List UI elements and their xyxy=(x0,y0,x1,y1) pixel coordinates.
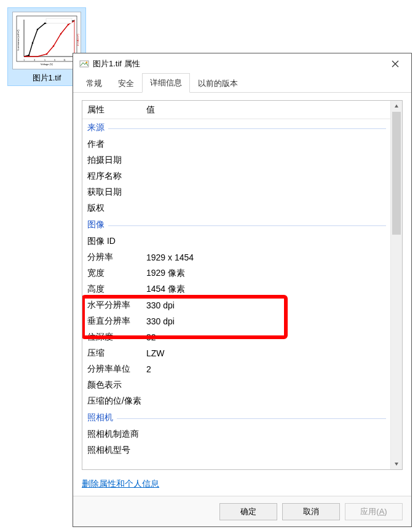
prop-value: 1929 像素 xyxy=(146,268,386,279)
svg-marker-29 xyxy=(395,463,398,466)
col-header-property: 属性 xyxy=(87,104,146,115)
prop-shot-date[interactable]: 拍摄日期 xyxy=(82,152,391,168)
prop-name: 垂直分辨率 xyxy=(87,316,146,327)
prop-name: 颜色表示 xyxy=(87,380,146,391)
remove-properties-link[interactable]: 删除属性和个人信息 xyxy=(82,479,159,490)
prop-name: 分辨率 xyxy=(87,252,146,263)
close-button[interactable] xyxy=(383,55,408,72)
prop-value: LZW xyxy=(146,348,386,358)
scroll-up-button[interactable] xyxy=(391,101,402,112)
prop-name: 水平分辨率 xyxy=(87,300,146,311)
prop-program[interactable]: 程序名称 xyxy=(82,168,391,184)
prop-acquired[interactable]: 获取日期 xyxy=(82,184,391,200)
prop-value: 2 xyxy=(146,364,386,374)
svg-rect-23 xyxy=(46,18,72,23)
prop-hres[interactable]: 水平分辨率330 dpi xyxy=(82,297,391,313)
group-source-label: 来源 xyxy=(87,122,104,133)
divider xyxy=(108,128,386,129)
svg-point-11 xyxy=(53,45,55,47)
ok-button[interactable]: 确定 xyxy=(219,503,277,520)
scroll-track[interactable] xyxy=(391,112,402,458)
prop-name: 作者 xyxy=(87,139,146,150)
group-source: 来源 xyxy=(82,119,391,136)
svg-point-12 xyxy=(60,33,62,35)
svg-point-4 xyxy=(28,55,30,57)
prop-value: 32 xyxy=(146,332,386,342)
details-list: 属性 值 来源 作者 拍摄日期 程序名称 获取日期 版权 图像 图像 xyxy=(82,100,403,470)
prop-image-id[interactable]: 图像 ID xyxy=(82,233,391,249)
divider xyxy=(108,225,386,226)
image-file-icon xyxy=(79,59,89,69)
prop-copyright[interactable]: 版权 xyxy=(82,200,391,216)
prop-value: 1454 像素 xyxy=(146,284,386,295)
col-header-value: 值 xyxy=(146,104,386,115)
cancel-button[interactable]: 取消 xyxy=(282,503,340,520)
prop-colorrep[interactable]: 颜色表示 xyxy=(82,377,391,393)
prop-compression[interactable]: 压缩LZW xyxy=(82,345,391,361)
titlebar[interactable]: 图片1.tif 属性 xyxy=(73,53,411,74)
tab-security[interactable]: 安全 xyxy=(110,74,142,93)
tab-previous-versions[interactable]: 以前的版本 xyxy=(190,74,246,93)
properties-dialog: 图片1.tif 属性 常规 安全 详细信息 以前的版本 属性 值 来源 作者 xyxy=(73,53,412,527)
apply-accelerator: A xyxy=(379,507,385,516)
svg-point-10 xyxy=(46,53,48,55)
details-tab-content: 属性 值 来源 作者 拍摄日期 程序名称 获取日期 版权 图像 图像 xyxy=(73,93,411,496)
group-camera-label: 照相机 xyxy=(87,412,113,423)
prop-name: 获取日期 xyxy=(87,187,146,198)
prop-bitdepth[interactable]: 位深度32 xyxy=(82,329,391,345)
column-headers: 属性 值 xyxy=(82,101,391,119)
tab-details[interactable]: 详细信息 xyxy=(142,73,190,93)
prop-name: 照相机型号 xyxy=(87,445,146,456)
prop-resolution[interactable]: 分辨率1929 x 1454 xyxy=(82,249,391,265)
prop-name: 位深度 xyxy=(87,332,146,343)
scroll-thumb[interactable] xyxy=(392,112,401,235)
scroll-down-button[interactable] xyxy=(391,458,402,469)
prop-name: 拍摄日期 xyxy=(87,155,146,166)
tab-strip: 常规 安全 详细信息 以前的版本 xyxy=(73,74,411,93)
prop-name: 版权 xyxy=(87,203,146,214)
svg-text:11: 11 xyxy=(63,59,66,61)
prop-width[interactable]: 宽度1929 像素 xyxy=(82,265,391,281)
prop-resunit[interactable]: 分辨率单位2 xyxy=(82,361,391,377)
prop-name: 宽度 xyxy=(87,268,146,279)
svg-text:Voltage (V): Voltage (V) xyxy=(41,63,53,66)
prop-height[interactable]: 高度1454 像素 xyxy=(82,281,391,297)
prop-name: 高度 xyxy=(87,284,146,295)
prop-name: 压缩的位/像素 xyxy=(87,396,146,407)
prop-value: 1929 x 1454 xyxy=(146,252,386,262)
svg-point-6 xyxy=(37,29,39,31)
svg-text:J (mA/cm²): J (mA/cm²) xyxy=(76,34,79,46)
tab-general[interactable]: 常规 xyxy=(78,74,110,93)
prop-value: 330 dpi xyxy=(146,316,386,326)
prop-name: 压缩 xyxy=(87,348,146,359)
prop-vres[interactable]: 垂直分辨率330 dpi xyxy=(82,313,391,329)
svg-text:Luminance (cd/m²): Luminance (cd/m²) xyxy=(17,29,20,50)
divider xyxy=(117,418,386,419)
prop-camera-maker[interactable]: 照相机制造商 xyxy=(82,426,391,442)
prop-name: 分辨率单位 xyxy=(87,364,146,375)
svg-point-25 xyxy=(86,61,87,63)
svg-point-7 xyxy=(44,23,46,25)
svg-point-5 xyxy=(32,42,34,44)
prop-author[interactable]: 作者 xyxy=(82,136,391,152)
prop-value: 330 dpi xyxy=(146,300,386,310)
group-image: 图像 xyxy=(82,216,391,233)
group-camera: 照相机 xyxy=(82,409,391,426)
prop-camera-model[interactable]: 照相机型号 xyxy=(82,442,391,458)
prop-name: 图像 ID xyxy=(87,236,146,247)
prop-bpp[interactable]: 压缩的位/像素 xyxy=(82,393,391,409)
group-image-label: 图像 xyxy=(87,219,104,230)
dialog-title: 图片1.tif 属性 xyxy=(93,58,383,69)
prop-name: 照相机制造商 xyxy=(87,429,146,440)
apply-button[interactable]: 应用(A) xyxy=(345,503,403,520)
svg-point-13 xyxy=(68,24,69,26)
prop-name: 程序名称 xyxy=(87,171,146,182)
scrollbar[interactable] xyxy=(390,101,402,469)
file-thumbnail: Voltage (V) Luminance (cd/m²) J (mA/cm²)… xyxy=(12,12,81,69)
apply-label: 应用 xyxy=(360,507,376,516)
svg-marker-28 xyxy=(395,104,398,108)
dialog-button-bar: 确定 取消 应用(A) xyxy=(73,496,411,526)
